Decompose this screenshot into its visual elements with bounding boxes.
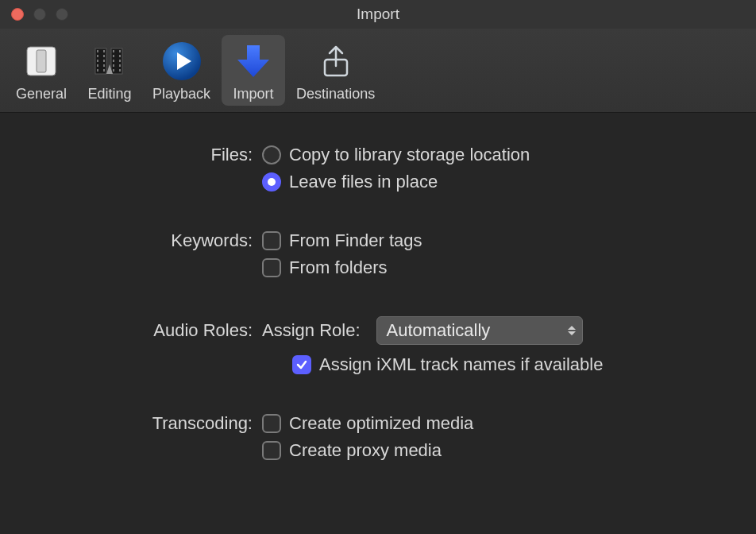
files-leave-label[interactable]: Leave files in place — [289, 172, 438, 192]
general-icon — [18, 38, 64, 84]
keywords-from-folders-label[interactable]: From folders — [289, 257, 387, 278]
svg-rect-17 — [113, 64, 114, 67]
tab-playback[interactable]: Playback — [146, 35, 217, 106]
ixml-checkbox[interactable] — [292, 355, 311, 374]
keywords-label: Keywords: — [0, 230, 262, 251]
content-pane: Files: Copy to library storage location … — [0, 113, 756, 461]
keywords-finder-tags-checkbox[interactable] — [262, 231, 281, 250]
svg-rect-23 — [119, 69, 121, 72]
svg-rect-14 — [113, 50, 114, 52]
assign-role-label: Assign Role: — [262, 320, 368, 341]
svg-rect-21 — [119, 60, 121, 62]
title-bar: Import — [0, 0, 756, 29]
svg-rect-20 — [119, 55, 121, 57]
keywords-finder-tags-label[interactable]: From Finder tags — [289, 230, 422, 251]
import-icon — [230, 38, 276, 84]
svg-rect-10 — [103, 55, 105, 57]
maximize-button[interactable] — [56, 8, 68, 21]
audio-roles-label: Audio Roles: — [0, 320, 262, 341]
close-button[interactable] — [11, 8, 24, 21]
preferences-toolbar: General Editing — [0, 29, 756, 113]
svg-rect-4 — [97, 50, 98, 52]
files-leave-radio[interactable] — [262, 172, 281, 192]
files-copy-label[interactable]: Copy to library storage location — [289, 145, 530, 165]
transcoding-proxy-checkbox[interactable] — [262, 441, 281, 460]
files-label: Files: — [0, 145, 262, 165]
svg-rect-6 — [97, 60, 98, 62]
tab-editing[interactable]: Editing — [78, 35, 141, 106]
assign-role-select[interactable]: Automatically — [376, 316, 583, 345]
editing-icon — [87, 38, 133, 84]
transcoding-optimized-checkbox[interactable] — [262, 414, 281, 433]
transcoding-label: Transcoding: — [0, 413, 262, 434]
svg-rect-8 — [97, 69, 98, 72]
tab-general[interactable]: General — [10, 35, 73, 106]
svg-rect-16 — [113, 60, 114, 62]
ixml-label[interactable]: Assign iXML track names if available — [319, 354, 603, 375]
tab-import[interactable]: Import — [222, 35, 285, 106]
svg-rect-19 — [119, 50, 121, 52]
tab-label: Editing — [88, 86, 132, 103]
svg-rect-18 — [113, 69, 114, 72]
svg-rect-9 — [103, 50, 105, 52]
keywords-from-folders-checkbox[interactable] — [262, 258, 281, 277]
tab-label: Destinations — [296, 86, 375, 103]
destinations-icon — [313, 38, 359, 84]
tab-label: General — [16, 86, 67, 103]
svg-rect-5 — [97, 55, 98, 57]
window-title: Import — [357, 6, 399, 23]
svg-rect-13 — [103, 69, 105, 72]
updown-icon — [568, 326, 576, 335]
playback-icon — [159, 38, 205, 84]
svg-rect-12 — [103, 64, 105, 67]
tab-label: Import — [233, 86, 274, 103]
tab-label: Playback — [152, 86, 210, 103]
svg-rect-7 — [97, 64, 98, 67]
svg-rect-15 — [113, 55, 114, 57]
assign-role-value: Automatically — [387, 320, 491, 341]
window-controls — [11, 8, 68, 21]
svg-rect-1 — [37, 50, 46, 72]
svg-rect-22 — [119, 64, 121, 67]
files-copy-radio[interactable] — [262, 145, 281, 164]
minimize-button[interactable] — [33, 8, 46, 21]
tab-destinations[interactable]: Destinations — [290, 35, 381, 106]
transcoding-optimized-label[interactable]: Create optimized media — [289, 413, 473, 434]
transcoding-proxy-label[interactable]: Create proxy media — [289, 440, 442, 461]
svg-rect-11 — [103, 60, 105, 62]
